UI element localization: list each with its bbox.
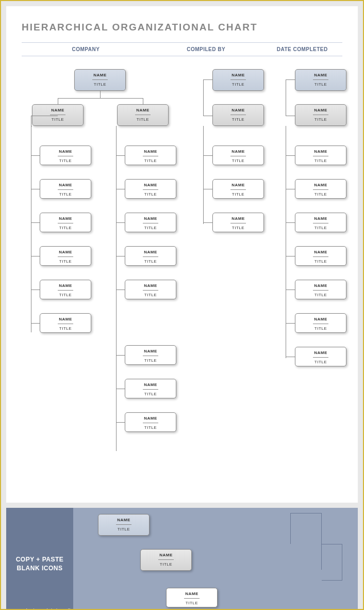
blank-mid-box[interactable]: NAME TITLE <box>140 549 192 571</box>
colB-top[interactable]: NAME TITLE <box>212 69 264 91</box>
blank-leaf-box[interactable]: NAME TITLE <box>166 588 218 607</box>
colA-left-leaf[interactable]: NAMETITLE <box>40 213 91 232</box>
blank-icons-section: COPY + PASTE BLANK ICONS NAME TITLE NAME… <box>6 508 358 610</box>
colC-leaf[interactable]: NAMETITLE <box>295 179 346 199</box>
colA-mid-1[interactable]: NAME TITLE <box>32 104 84 126</box>
colC-leaf[interactable]: NAMETITLE <box>295 246 346 266</box>
colB-mid[interactable]: NAME TITLE <box>212 104 264 126</box>
colA-right-leaf[interactable]: NAMETITLE <box>125 179 176 199</box>
name-label: NAME <box>75 70 125 77</box>
blank-icons-canvas: NAME TITLE NAME TITLE NAME TITLE <box>73 508 358 610</box>
colA-right-leaf[interactable]: NAMETITLE <box>125 213 176 232</box>
watermark: www.heritagechristiancollege.com <box>14 608 89 610</box>
page-title: HIERARCHICAL ORGANIZATIONAL CHART <box>22 22 342 33</box>
blank-icons-title: COPY + PASTE BLANK ICONS <box>16 555 64 573</box>
colC-leaf[interactable]: NAMETITLE <box>295 347 346 366</box>
colA-right-leaf[interactable]: NAMETITLE <box>125 412 176 432</box>
colA-left-leaf[interactable]: NAMETITLE <box>40 280 91 299</box>
colC-leaf[interactable]: NAMETITLE <box>295 146 346 165</box>
blank-icons-label-panel: COPY + PASTE BLANK ICONS <box>6 508 73 610</box>
colB-leaf[interactable]: NAMETITLE <box>212 213 264 232</box>
colA-top[interactable]: NAME TITLE <box>74 69 126 91</box>
colC-top[interactable]: NAME TITLE <box>295 69 346 91</box>
colA-right-leaf[interactable]: NAMETITLE <box>125 345 176 365</box>
header-date: DATE COMPLETED <box>262 46 342 52</box>
colA-left-leaf[interactable]: NAMETITLE <box>40 246 91 266</box>
header-company: COMPANY <box>22 46 150 52</box>
title-label: TITLE <box>75 82 125 90</box>
colA-left-leaf[interactable]: NAMETITLE <box>40 179 91 199</box>
colC-leaf[interactable]: NAMETITLE <box>295 213 346 232</box>
header-compiled: COMPILED BY <box>150 46 262 52</box>
colA-left-leaf[interactable]: NAMETITLE <box>40 313 91 333</box>
colA-left-leaf[interactable]: NAMETITLE <box>40 146 91 165</box>
colA-right-leaf[interactable]: NAMETITLE <box>125 246 176 266</box>
colB-leaf[interactable]: NAMETITLE <box>212 179 264 199</box>
colC-leaf[interactable]: NAMETITLE <box>295 280 346 299</box>
chart-page: HIERARCHICAL ORGANIZATIONAL CHART COMPAN… <box>6 6 358 503</box>
colC-leaf[interactable]: NAMETITLE <box>295 313 346 333</box>
colA-mid-2[interactable]: NAME TITLE <box>117 104 169 126</box>
header-row: COMPANY COMPILED BY DATE COMPLETED <box>22 42 342 56</box>
colA-right-leaf[interactable]: NAMETITLE <box>125 146 176 165</box>
chart-area: NAME TITLE NAME TITLE NAME TITLE NAMETIT… <box>22 69 342 492</box>
colC-mid[interactable]: NAME TITLE <box>295 104 346 126</box>
colA-right-leaf[interactable]: NAMETITLE <box>125 280 176 299</box>
colB-leaf[interactable]: NAMETITLE <box>212 146 264 165</box>
colA-right-leaf[interactable]: NAMETITLE <box>125 379 176 398</box>
blank-top-box[interactable]: NAME TITLE <box>98 514 150 536</box>
